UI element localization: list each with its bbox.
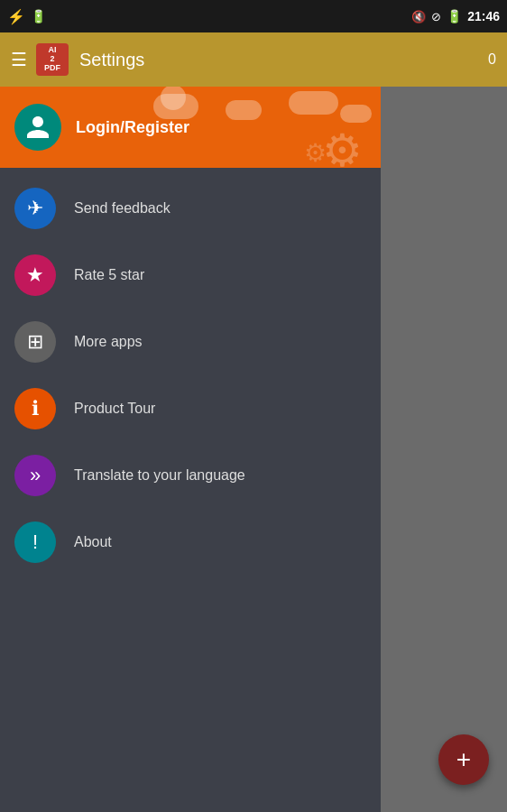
more-apps-label: More apps: [74, 334, 143, 350]
page-title: Settings: [79, 50, 488, 70]
product-tour-icon: ℹ: [14, 388, 56, 429]
login-avatar: [14, 104, 61, 151]
menu-list: ✈Send feedback★Rate 5 star⊞More appsℹPro…: [0, 168, 381, 583]
about-icon: !: [14, 521, 56, 563]
menu-item-about[interactable]: !About: [0, 509, 381, 576]
more-apps-icon: ⊞: [14, 321, 56, 363]
no-notifications-icon: ⊘: [431, 10, 441, 23]
usb-icon: ⚡: [7, 8, 25, 25]
menu-item-product-tour[interactable]: ℹProduct Tour: [0, 375, 381, 442]
main-panel: ⚙ ⚙ Login/Register ✈Send feedback★Rate 5…: [0, 87, 381, 812]
gear-small-icon: ⚙: [304, 138, 327, 168]
right-panel: +: [381, 87, 507, 812]
translate-label: Translate to your language: [74, 467, 245, 484]
person-icon: [24, 114, 51, 141]
translate-icon: »: [14, 455, 56, 496]
gear-large-icon: ⚙: [322, 125, 363, 168]
hamburger-menu-icon[interactable]: ☰: [11, 49, 27, 70]
rate-5-star-icon: ★: [14, 254, 56, 296]
battery-full-icon: 🔋: [447, 9, 462, 23]
battery-icon: 🔋: [31, 9, 46, 23]
about-label: About: [74, 534, 112, 550]
muted-icon: 🔇: [411, 10, 426, 23]
status-right-icons: 🔇 ⊘ 🔋 21:46: [411, 9, 500, 23]
menu-item-send-feedback[interactable]: ✈Send feedback: [0, 175, 381, 242]
status-left-icons: ⚡ 🔋: [7, 8, 46, 25]
product-tour-label: Product Tour: [74, 401, 155, 417]
status-bar: ⚡ 🔋 🔇 ⊘ 🔋 21:46: [0, 0, 507, 32]
cloud-4: [340, 105, 372, 123]
send-feedback-icon: ✈: [14, 188, 56, 229]
menu-item-rate-5-star[interactable]: ★Rate 5 star: [0, 242, 381, 309]
cloud-2: [226, 100, 262, 120]
cloud-3: [289, 91, 338, 115]
login-register-banner[interactable]: ⚙ ⚙ Login/Register: [0, 87, 381, 168]
send-feedback-label: Send feedback: [74, 200, 171, 217]
notification-badge: 0: [488, 51, 496, 68]
fab-plus-icon: +: [456, 745, 471, 774]
app-bar: ☰ AI2PDF Settings 0: [0, 32, 507, 87]
menu-item-translate[interactable]: »Translate to your language: [0, 442, 381, 509]
fab-button[interactable]: +: [438, 734, 489, 785]
clock: 21:46: [467, 9, 500, 23]
app-logo: AI2PDF: [36, 43, 69, 76]
rate-5-star-label: Rate 5 star: [74, 267, 144, 283]
menu-item-more-apps[interactable]: ⊞More apps: [0, 309, 381, 375]
cloud-1: [153, 94, 198, 119]
app-logo-text: AI2PDF: [44, 46, 60, 73]
login-register-label: Login/Register: [76, 118, 189, 137]
